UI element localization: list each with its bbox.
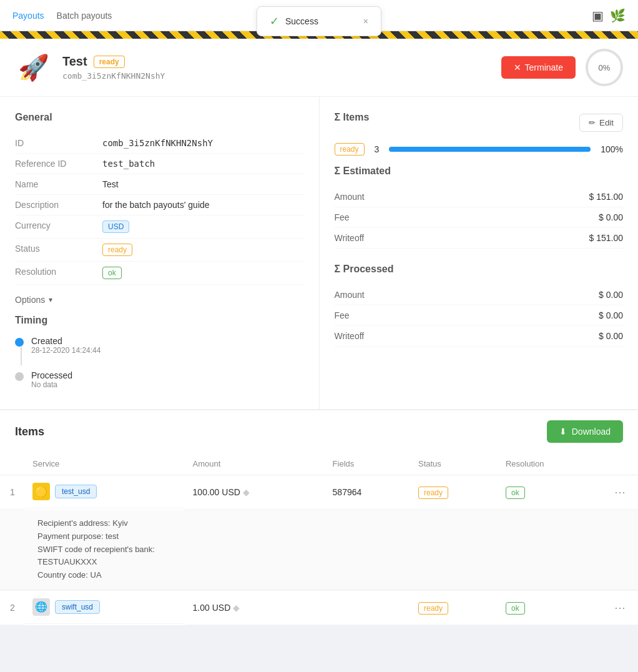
items-progress-row: ready 3 100% <box>335 143 624 156</box>
nav-payouts[interactable]: Payouts <box>12 11 44 21</box>
general-section-title: General <box>15 112 304 123</box>
items-section-header: Items ⬇ Download <box>0 410 638 453</box>
timing-processed-label: Processed <box>31 370 72 380</box>
batch-status-badge: ready <box>94 56 125 68</box>
col-service: Service <box>25 453 185 475</box>
row1-service: 🟡 test_usd <box>25 475 185 508</box>
col-status: Status <box>411 453 498 475</box>
estimated-amount-label: Amount <box>335 192 365 202</box>
nav-batch-payouts[interactable]: Batch payouts <box>57 11 112 21</box>
field-status-label: Status <box>15 244 102 256</box>
field-resolution-value: ok <box>102 267 122 279</box>
options-row[interactable]: Options ▾ <box>15 295 304 305</box>
row2-service-icon: 🌐 <box>32 598 50 616</box>
download-icon: ⬇ <box>559 427 567 437</box>
toast-message: Success <box>285 16 318 26</box>
download-label: Download <box>572 427 611 437</box>
row1-expand-info: Recipient's address: Kyiv Payment purpos… <box>0 510 638 590</box>
processed-fee-label: Fee <box>335 310 350 320</box>
expand-line5: Country code: UA <box>37 569 623 582</box>
batch-header: 🚀 Test ready comb_3i5znKfNKHN2NshY ✕ Ter… <box>0 39 638 97</box>
col-num <box>0 453 25 475</box>
field-id-value: comb_3i5znKfNKHN2NshY <box>102 138 213 148</box>
row2-more-button[interactable]: ⋯ <box>609 598 631 617</box>
field-reference-id-value: test_batch <box>102 159 155 169</box>
timing-created-dot <box>15 338 24 347</box>
expand-line2: Payment purpose: test <box>37 530 623 543</box>
document-icon[interactable]: ▣ <box>592 8 604 23</box>
processed-amount-value: $ 0.00 <box>599 290 623 300</box>
timing-title: Timing <box>15 315 304 326</box>
download-button[interactable]: ⬇ Download <box>547 420 623 443</box>
estimated-writeoff-label: Writeoff <box>335 233 365 243</box>
processed-writeoff-row: Writeoff $ 0.00 <box>335 326 624 347</box>
row2-service-link[interactable]: swift_usd <box>55 600 100 614</box>
row2-num: 2 <box>0 590 25 625</box>
edit-button[interactable]: ✏ Edit <box>579 114 623 132</box>
processed-title: Σ Processed <box>335 264 624 275</box>
field-description: Description for the batch payouts' guide <box>15 195 304 215</box>
options-label: Options <box>15 295 45 305</box>
table-header-row: Service Amount Fields Status Resolution <box>0 453 638 475</box>
timing-processed-value: No data <box>31 380 72 389</box>
estimated-amount-row: Amount $ 151.00 <box>335 187 624 207</box>
items-section: Items ⬇ Download Service Amount Fields S… <box>0 410 638 625</box>
field-currency: Currency USD <box>15 215 304 239</box>
left-panel: General ID comb_3i5znKfNKHN2NshY Referen… <box>0 97 320 409</box>
items-summary-title: Σ Items <box>335 112 370 123</box>
table-row: 1 🟡 test_usd 100.00 USD ◆ 587964 ready o… <box>0 475 638 510</box>
timing-created-label: Created <box>31 336 101 346</box>
terminate-button[interactable]: ✕ Terminate <box>501 56 576 79</box>
items-progress-bar-container <box>389 147 591 152</box>
col-amount: Amount <box>185 453 325 475</box>
row2-status: ready <box>411 590 498 625</box>
row1-num: 1 <box>0 475 25 510</box>
row2-service: 🌐 swift_usd <box>25 591 185 624</box>
progress-circle: 0% <box>586 49 623 86</box>
row2-fields <box>325 590 411 625</box>
batch-name: Test <box>62 54 87 69</box>
terminate-x-icon: ✕ <box>514 62 521 72</box>
row1-diamond-icon: ◆ <box>243 487 250 497</box>
processed-fee-row: Fee $ 0.00 <box>335 305 624 326</box>
batch-title-row: Test ready <box>62 54 491 69</box>
col-resolution: Resolution <box>498 453 602 475</box>
row1-status: ready <box>411 475 498 510</box>
processed-writeoff-label: Writeoff <box>335 331 365 341</box>
table-row: 2 🌐 swift_usd 1.00 USD ◆ ready ok <box>0 590 638 625</box>
col-actions <box>602 453 638 475</box>
field-description-label: Description <box>15 200 102 210</box>
field-reference-id-label: Reference ID <box>15 159 102 169</box>
row1-amount-value: 100.00 USD <box>193 487 240 497</box>
main-panels: General ID comb_3i5znKfNKHN2NshY Referen… <box>0 97 638 410</box>
timing-processed: Processed No data <box>15 370 304 389</box>
processed-amount-row: Amount $ 0.00 <box>335 285 624 305</box>
field-reference-id: Reference ID test_batch <box>15 154 304 174</box>
expand-line1: Recipient's address: Kyiv <box>37 517 623 530</box>
field-id-label: ID <box>15 138 102 148</box>
items-count: 3 <box>375 144 380 154</box>
toast-close-button[interactable]: × <box>363 16 368 26</box>
row1-status-badge: ready <box>418 487 448 499</box>
items-table-title: Items <box>15 425 44 438</box>
row1-service-link[interactable]: test_usd <box>55 485 97 498</box>
field-currency-label: Currency <box>15 220 102 233</box>
row2-amount-cell: 1.00 USD ◆ <box>193 603 318 613</box>
items-progress-bar-fill <box>389 147 591 152</box>
timing-processed-info: Processed No data <box>31 370 72 389</box>
processed-amount-label: Amount <box>335 290 365 300</box>
avatar-icon[interactable]: 🌿 <box>610 8 626 23</box>
edit-pencil-icon: ✏ <box>589 118 596 127</box>
field-name: Name Test <box>15 174 304 195</box>
terminate-label: Terminate <box>525 62 563 72</box>
items-percentage: 100% <box>601 144 623 154</box>
row1-resolution: ok <box>498 475 602 510</box>
field-resolution: Resolution ok <box>15 262 304 285</box>
row1-more-button[interactable]: ⋯ <box>609 483 631 502</box>
batch-icon: 🚀 <box>15 49 52 86</box>
col-fields: Fields <box>325 453 411 475</box>
field-currency-value: USD <box>102 220 129 233</box>
row2-diamond-icon: ◆ <box>233 603 240 613</box>
row2-resolution-badge: ok <box>506 602 525 615</box>
estimated-fee-row: Fee $ 0.00 <box>335 207 624 228</box>
